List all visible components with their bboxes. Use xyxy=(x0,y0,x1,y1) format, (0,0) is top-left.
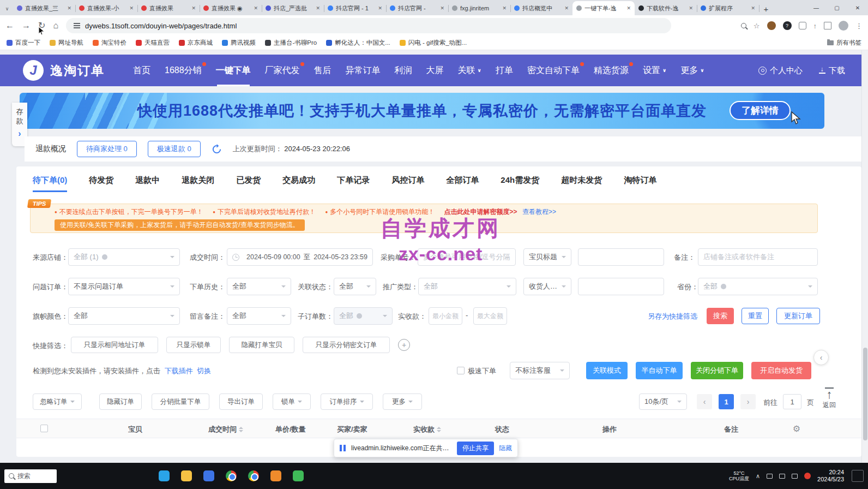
tab-close-icon[interactable]: ✕ xyxy=(67,5,71,11)
view-tutorial-link[interactable]: 查看教程>> xyxy=(522,208,556,216)
fast-refund-button[interactable]: 极速退款 0 xyxy=(148,141,201,157)
tab-close-icon[interactable]: ✕ xyxy=(378,5,382,11)
bookmark-item[interactable]: 百度一下 xyxy=(7,39,40,47)
taskbar-app-icon[interactable] xyxy=(245,467,262,485)
switch-plugin-link[interactable]: 切换 xyxy=(197,367,211,375)
sort-icon[interactable] xyxy=(239,427,243,432)
problem-order-select[interactable]: 不显示问题订单 xyxy=(68,278,180,295)
pending-merchant-button[interactable]: 待商家处理 0 xyxy=(77,141,137,157)
browser-tab[interactable]: 下载软件-逸 ✕ xyxy=(635,1,697,15)
extension-help-icon[interactable]: ? xyxy=(783,21,792,30)
order-status-tab[interactable]: 风控订单 xyxy=(391,175,424,192)
stop-sharing-button[interactable]: 停止共享 xyxy=(457,442,494,455)
extensions-puzzle-icon[interactable] xyxy=(799,22,806,29)
tab-close-icon[interactable]: ✕ xyxy=(316,5,320,11)
semi-auto-order-button[interactable]: 半自动下单 xyxy=(636,362,683,379)
download-plugin-link[interactable]: 下载插件 xyxy=(165,367,193,375)
order-status-tab[interactable]: 已发货 xyxy=(236,175,261,192)
table-column-header[interactable]: 单价/数量 xyxy=(275,425,306,434)
amount-max-input[interactable]: 最大金额 xyxy=(473,307,507,325)
tray-display-icon[interactable] xyxy=(767,474,773,479)
more-button[interactable]: 更多 xyxy=(383,393,422,410)
app-menu-item[interactable]: 一键下单∨ xyxy=(216,63,251,79)
deal-time-range-picker[interactable]: 2024-05-09 00:00 至 2024-05-23 23:59 xyxy=(227,248,373,266)
banner-detail-button[interactable]: 了解详情 xyxy=(730,101,791,120)
table-column-header[interactable]: 状态 xyxy=(495,425,509,434)
order-status-tab[interactable]: 待下单(0) xyxy=(33,175,67,192)
column-settings-gear-icon[interactable]: ⚙ xyxy=(793,424,800,434)
back-icon[interactable]: ← xyxy=(5,21,14,30)
checkbox-icon[interactable] xyxy=(457,367,465,374)
bookmark-item[interactable]: 孵化达人：中国文... xyxy=(326,39,390,47)
quick-filter-locked[interactable]: 只显示锁单 xyxy=(166,337,221,353)
refresh-icon[interactable] xyxy=(212,144,222,154)
download-link[interactable]: ↑ 下载 xyxy=(819,65,845,76)
app-menu-item[interactable]: 异常订单∨ xyxy=(346,63,381,79)
relation-status-select[interactable]: 全部 xyxy=(334,278,376,295)
table-column-header[interactable]: 备注 xyxy=(724,425,738,434)
order-status-tab[interactable]: 退款中 xyxy=(135,175,160,192)
order-status-tab[interactable]: 全部订单 xyxy=(446,175,479,192)
tab-close-icon[interactable]: ✕ xyxy=(502,5,507,11)
bookmark-item[interactable]: 京东商城 xyxy=(179,39,213,47)
select-all-checkbox[interactable] xyxy=(40,425,48,432)
app-menu-item[interactable]: 售后∨ xyxy=(314,63,331,79)
tab-close-icon[interactable]: ✕ xyxy=(129,5,134,11)
export-orders-button[interactable]: 导出订单 xyxy=(219,393,263,410)
browser-tab[interactable]: 直播效果-小 ✕ xyxy=(75,1,137,15)
close-distribution-button[interactable]: 关闭分销下单 xyxy=(691,362,743,379)
tab-close-icon[interactable]: ✕ xyxy=(564,5,569,11)
search-button[interactable]: 搜索 xyxy=(707,308,734,324)
page-size-select[interactable]: 10条/页 xyxy=(639,393,687,410)
app-menu-item[interactable]: 1688分销∨ xyxy=(165,63,202,79)
table-column-header[interactable]: 买家/卖家 xyxy=(337,425,367,434)
user-center-link[interactable]: 个人中心 xyxy=(758,65,803,76)
page-scrollbar[interactable] xyxy=(861,50,868,463)
promo-type-select[interactable]: 全部 xyxy=(418,278,516,295)
app-menu-item[interactable]: 打单∨ xyxy=(496,63,513,79)
bookmark-item[interactable]: 天猫直营 xyxy=(136,39,170,47)
table-column-header[interactable]: 成交时间 xyxy=(208,425,243,434)
browser-tab[interactable]: 直播效果 ◉ ✕ xyxy=(200,1,262,15)
quick-filter-cipher-orders[interactable]: 只显示分销密文订单 xyxy=(303,337,390,353)
tab-close-icon[interactable]: ✕ xyxy=(254,5,258,11)
tray-alert-icon[interactable] xyxy=(804,473,811,479)
order-status-tab[interactable]: 交易成功 xyxy=(282,175,315,192)
ignore-orders-button[interactable]: 忽略订单 xyxy=(33,393,82,410)
collapse-panel-button[interactable]: ‹ xyxy=(813,350,829,365)
tab-close-icon[interactable]: ✕ xyxy=(626,5,631,11)
reading-list-icon[interactable] xyxy=(824,22,831,29)
order-status-tab[interactable]: 下单记录 xyxy=(337,175,370,192)
browser-tab[interactable]: 直播效果 ✕ xyxy=(137,1,200,15)
prev-page-button[interactable]: ‹ xyxy=(697,394,712,409)
title-field-select[interactable]: 宝贝标题 xyxy=(523,248,571,266)
tray-volume-icon[interactable] xyxy=(792,474,798,479)
taskbar-app-icon[interactable] xyxy=(290,467,307,485)
scrollbar-thumb[interactable] xyxy=(863,348,867,440)
taskbar-search-box[interactable]: 搜索 xyxy=(4,469,57,483)
tray-expand-icon[interactable]: ∧ xyxy=(756,473,760,480)
bookmark-item[interactable]: 主播台-书聊Pro xyxy=(265,39,317,47)
bookmark-item[interactable]: 网址导航 xyxy=(50,39,83,47)
tab-close-icon[interactable]: ✕ xyxy=(440,5,444,11)
browser-tab[interactable]: 抖店概览中 ✕ xyxy=(510,1,572,15)
maximize-button[interactable]: ▢ xyxy=(827,0,847,15)
phone-field-select[interactable]: 收货人手机号 xyxy=(523,278,571,295)
browser-tab[interactable]: 抖店官网 - 1 ✕ xyxy=(324,1,386,15)
batch-distribution-order-button[interactable]: 分销批量下单 xyxy=(152,393,209,410)
province-select[interactable]: 全部 xyxy=(698,278,818,295)
taskbar-clock[interactable]: 20:24 2024/5/23 xyxy=(817,469,844,483)
tab-close-icon[interactable]: ✕ xyxy=(689,5,693,11)
save-quick-filter-link[interactable]: 另存为快捷筛选 xyxy=(648,312,697,321)
flag-color-select[interactable]: 全部 xyxy=(68,307,180,325)
lock-order-button[interactable]: 锁单 xyxy=(273,393,311,410)
app-menu-item[interactable]: 利润∨ xyxy=(395,63,412,79)
tab-close-icon[interactable]: ✕ xyxy=(751,5,755,11)
taskbar-app-icon[interactable] xyxy=(267,467,285,485)
order-status-tab[interactable]: 24h需发货 xyxy=(501,175,539,192)
zoom-icon[interactable] xyxy=(741,23,746,28)
order-status-tab[interactable]: 待发货 xyxy=(89,175,113,192)
app-menu-item[interactable]: 密文自动下单∨ xyxy=(527,63,580,79)
express-order-checkbox[interactable]: 极速下单 xyxy=(457,366,496,376)
cs-mark-select[interactable]: 不标注客服 xyxy=(510,362,570,379)
